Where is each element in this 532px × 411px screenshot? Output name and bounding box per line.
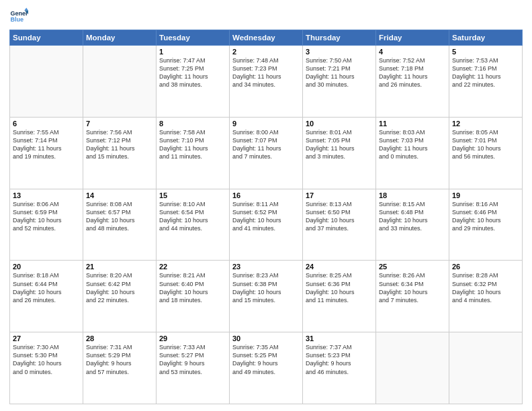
- day-number: 8: [159, 120, 226, 128]
- day-number: 24: [306, 263, 373, 271]
- day-number: 5: [452, 48, 519, 56]
- calendar-cell: 27Sunrise: 7:30 AM Sunset: 5:30 PM Dayli…: [10, 332, 83, 404]
- day-number: 29: [159, 334, 226, 342]
- day-info: Sunrise: 8:10 AM Sunset: 6:54 PM Dayligh…: [159, 200, 226, 233]
- day-number: 2: [232, 48, 300, 56]
- day-header-wednesday: Wednesday: [230, 30, 303, 46]
- day-number: 27: [13, 334, 80, 342]
- calendar-cell: 13Sunrise: 8:06 AM Sunset: 6:59 PM Dayli…: [10, 189, 83, 261]
- calendar-cell: 14Sunrise: 8:08 AM Sunset: 6:57 PM Dayli…: [83, 189, 157, 261]
- day-info: Sunrise: 8:23 AM Sunset: 6:38 PM Dayligh…: [232, 271, 300, 304]
- svg-marker-2: [24, 7, 28, 10]
- day-info: Sunrise: 8:26 AM Sunset: 6:34 PM Dayligh…: [379, 271, 446, 304]
- week-row-3: 13Sunrise: 8:06 AM Sunset: 6:59 PM Dayli…: [10, 189, 523, 261]
- day-info: Sunrise: 7:47 AM Sunset: 7:25 PM Dayligh…: [159, 56, 226, 89]
- day-info: Sunrise: 8:18 AM Sunset: 6:44 PM Dayligh…: [13, 271, 80, 304]
- calendar-cell: [83, 46, 157, 118]
- calendar-cell: 19Sunrise: 8:16 AM Sunset: 6:46 PM Dayli…: [449, 189, 523, 261]
- calendar-cell: 21Sunrise: 8:20 AM Sunset: 6:42 PM Dayli…: [83, 261, 157, 332]
- calendar-cell: 17Sunrise: 8:13 AM Sunset: 6:50 PM Dayli…: [303, 189, 376, 261]
- day-number: 4: [379, 48, 446, 56]
- day-info: Sunrise: 8:16 AM Sunset: 6:46 PM Dayligh…: [452, 200, 519, 233]
- calendar-cell: 23Sunrise: 8:23 AM Sunset: 6:38 PM Dayli…: [230, 261, 303, 332]
- calendar-header-row: SundayMondayTuesdayWednesdayThursdayFrid…: [10, 30, 523, 46]
- calendar-cell: 8Sunrise: 7:58 AM Sunset: 7:10 PM Daylig…: [157, 117, 230, 189]
- calendar-cell: 4Sunrise: 7:52 AM Sunset: 7:18 PM Daylig…: [376, 46, 449, 118]
- day-number: 31: [306, 334, 373, 342]
- calendar-cell: 15Sunrise: 8:10 AM Sunset: 6:54 PM Dayli…: [157, 189, 230, 261]
- day-number: 3: [306, 48, 373, 56]
- calendar-cell: 3Sunrise: 7:50 AM Sunset: 7:21 PM Daylig…: [303, 46, 376, 118]
- day-info: Sunrise: 8:01 AM Sunset: 7:05 PM Dayligh…: [306, 128, 373, 161]
- calendar-cell: 18Sunrise: 8:15 AM Sunset: 6:48 PM Dayli…: [376, 189, 449, 261]
- calendar-cell: 10Sunrise: 8:01 AM Sunset: 7:05 PM Dayli…: [303, 117, 376, 189]
- day-number: 15: [159, 191, 226, 199]
- day-info: Sunrise: 7:53 AM Sunset: 7:16 PM Dayligh…: [452, 56, 519, 89]
- day-number: 20: [13, 263, 80, 271]
- logo: General Blue: [9, 7, 30, 26]
- header: General Blue: [9, 7, 523, 26]
- day-number: 6: [13, 120, 80, 128]
- day-info: Sunrise: 8:08 AM Sunset: 6:57 PM Dayligh…: [86, 200, 153, 233]
- day-info: Sunrise: 8:03 AM Sunset: 7:03 PM Dayligh…: [379, 128, 446, 161]
- calendar-cell: 2Sunrise: 7:48 AM Sunset: 7:23 PM Daylig…: [230, 46, 303, 118]
- week-row-2: 6Sunrise: 7:55 AM Sunset: 7:14 PM Daylig…: [10, 117, 523, 189]
- day-number: 22: [159, 263, 226, 271]
- svg-text:Blue: Blue: [10, 16, 24, 23]
- day-info: Sunrise: 8:21 AM Sunset: 6:40 PM Dayligh…: [159, 271, 226, 304]
- calendar-cell: 11Sunrise: 8:03 AM Sunset: 7:03 PM Dayli…: [376, 117, 449, 189]
- calendar-cell: 31Sunrise: 7:37 AM Sunset: 5:23 PM Dayli…: [303, 332, 376, 404]
- day-number: 28: [86, 334, 153, 342]
- day-number: 12: [452, 120, 519, 128]
- day-number: 13: [13, 191, 80, 199]
- day-info: Sunrise: 8:11 AM Sunset: 6:52 PM Dayligh…: [232, 200, 300, 233]
- day-number: 23: [232, 263, 300, 271]
- calendar-cell: 22Sunrise: 8:21 AM Sunset: 6:40 PM Dayli…: [157, 261, 230, 332]
- calendar-cell: 16Sunrise: 8:11 AM Sunset: 6:52 PM Dayli…: [230, 189, 303, 261]
- day-info: Sunrise: 7:48 AM Sunset: 7:23 PM Dayligh…: [232, 56, 300, 89]
- day-number: 14: [86, 191, 153, 199]
- day-info: Sunrise: 8:06 AM Sunset: 6:59 PM Dayligh…: [13, 200, 80, 233]
- day-info: Sunrise: 7:52 AM Sunset: 7:18 PM Dayligh…: [379, 56, 446, 89]
- day-number: 17: [306, 191, 373, 199]
- day-number: 30: [232, 334, 300, 342]
- day-number: 21: [86, 263, 153, 271]
- page: General Blue SundayMondayTuesdayWednesda…: [0, 0, 532, 411]
- day-info: Sunrise: 8:13 AM Sunset: 6:50 PM Dayligh…: [306, 200, 373, 233]
- day-info: Sunrise: 8:25 AM Sunset: 6:36 PM Dayligh…: [306, 271, 373, 304]
- calendar-cell: 24Sunrise: 8:25 AM Sunset: 6:36 PM Dayli…: [303, 261, 376, 332]
- day-header-friday: Friday: [376, 30, 449, 46]
- calendar-cell: [10, 46, 83, 118]
- week-row-4: 20Sunrise: 8:18 AM Sunset: 6:44 PM Dayli…: [10, 261, 523, 332]
- calendar-cell: 6Sunrise: 7:55 AM Sunset: 7:14 PM Daylig…: [10, 117, 83, 189]
- calendar-cell: 20Sunrise: 8:18 AM Sunset: 6:44 PM Dayli…: [10, 261, 83, 332]
- calendar-cell: 29Sunrise: 7:33 AM Sunset: 5:27 PM Dayli…: [157, 332, 230, 404]
- day-info: Sunrise: 7:33 AM Sunset: 5:27 PM Dayligh…: [159, 343, 226, 376]
- logo-icon: General Blue: [9, 7, 28, 26]
- day-info: Sunrise: 7:31 AM Sunset: 5:29 PM Dayligh…: [86, 343, 153, 376]
- day-number: 7: [86, 120, 153, 128]
- day-info: Sunrise: 7:55 AM Sunset: 7:14 PM Dayligh…: [13, 128, 80, 161]
- calendar-cell: 12Sunrise: 8:05 AM Sunset: 7:01 PM Dayli…: [449, 117, 523, 189]
- day-number: 19: [452, 191, 519, 199]
- calendar-cell: 30Sunrise: 7:35 AM Sunset: 5:25 PM Dayli…: [230, 332, 303, 404]
- day-header-saturday: Saturday: [449, 30, 523, 46]
- calendar-cell: [449, 332, 523, 404]
- calendar: SundayMondayTuesdayWednesdayThursdayFrid…: [9, 30, 523, 404]
- day-header-sunday: Sunday: [10, 30, 83, 46]
- calendar-cell: 1Sunrise: 7:47 AM Sunset: 7:25 PM Daylig…: [157, 46, 230, 118]
- day-info: Sunrise: 7:30 AM Sunset: 5:30 PM Dayligh…: [13, 343, 80, 376]
- day-header-monday: Monday: [83, 30, 157, 46]
- week-row-1: 1Sunrise: 7:47 AM Sunset: 7:25 PM Daylig…: [10, 46, 523, 118]
- calendar-cell: 9Sunrise: 8:00 AM Sunset: 7:07 PM Daylig…: [230, 117, 303, 189]
- day-header-thursday: Thursday: [303, 30, 376, 46]
- calendar-cell: 25Sunrise: 8:26 AM Sunset: 6:34 PM Dayli…: [376, 261, 449, 332]
- day-number: 1: [159, 48, 226, 56]
- calendar-cell: 7Sunrise: 7:56 AM Sunset: 7:12 PM Daylig…: [83, 117, 157, 189]
- day-number: 25: [379, 263, 446, 271]
- day-number: 9: [232, 120, 300, 128]
- day-header-tuesday: Tuesday: [157, 30, 230, 46]
- week-row-5: 27Sunrise: 7:30 AM Sunset: 5:30 PM Dayli…: [10, 332, 523, 404]
- day-info: Sunrise: 7:37 AM Sunset: 5:23 PM Dayligh…: [306, 343, 373, 376]
- day-info: Sunrise: 7:35 AM Sunset: 5:25 PM Dayligh…: [232, 343, 300, 376]
